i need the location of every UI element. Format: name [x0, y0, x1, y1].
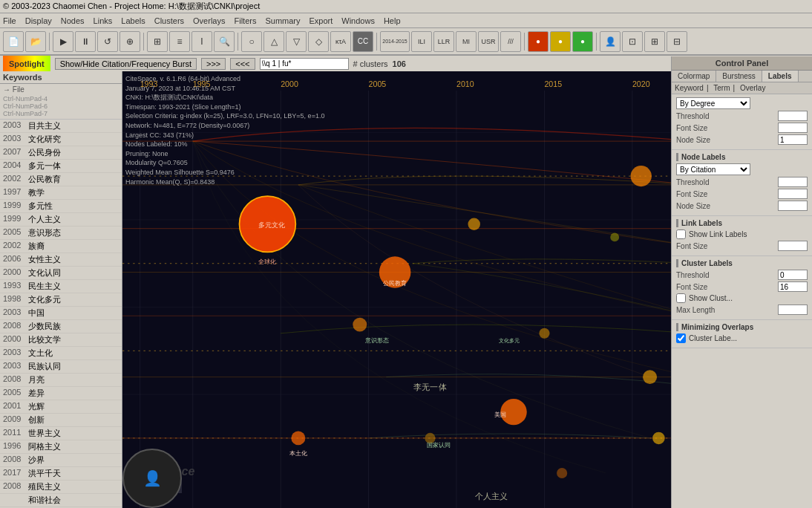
item-label: 阿格主义: [28, 441, 61, 452]
toolbar-triangle-up-btn[interactable]: △: [263, 31, 284, 52]
max-length-input[interactable]: [778, 305, 808, 315]
toolbar-grid-btn[interactable]: ⊞: [147, 31, 168, 52]
keyword-node-size-input[interactable]: [778, 134, 808, 145]
show-link-checkbox[interactable]: [676, 229, 686, 239]
left-list-item[interactable]: 2003目共主义: [0, 120, 122, 133]
left-list-item[interactable]: 2003文化研究: [0, 133, 122, 146]
toolbar-usr-btn[interactable]: USR: [478, 31, 499, 52]
left-list-item[interactable]: 2002族裔: [0, 240, 122, 253]
left-list-item[interactable]: 2003文土化: [0, 347, 122, 360]
node-font-input[interactable]: [778, 189, 808, 199]
cluster-threshold-input[interactable]: [778, 270, 808, 280]
toolbar-cc-btn[interactable]: CC: [353, 31, 373, 52]
item-label: 沙界: [28, 455, 45, 466]
toolbar-sync-btn[interactable]: ⊕: [119, 31, 140, 52]
toolbar-grid2-btn[interactable]: ⊡: [622, 31, 643, 52]
menu-export[interactable]: Export: [309, 16, 333, 25]
subtab-keyword[interactable]: Keyword: [675, 84, 704, 92]
toolbar-red-btn[interactable]: ●: [528, 31, 549, 52]
keyword-font-size-input[interactable]: [778, 123, 808, 133]
show-hide-burst-btn[interactable]: Show/Hide Citation/Frequency Burst: [55, 58, 197, 70]
toolbar-kta-btn[interactable]: κτA: [330, 31, 351, 52]
toolbar-ili-btn[interactable]: ILI: [411, 31, 432, 52]
nav-forward-btn[interactable]: >>>: [201, 58, 226, 70]
toolbar-play-btn[interactable]: ▶: [53, 31, 73, 52]
menu-labels[interactable]: Labels: [121, 16, 145, 25]
left-list-item[interactable]: 2017洪平千天: [0, 467, 122, 481]
left-list-item[interactable]: 1998文化多元: [0, 293, 122, 307]
toolbar-zoom-btn[interactable]: 🔍: [214, 31, 235, 52]
node-sort-select[interactable]: By Citation By Degree: [676, 163, 750, 175]
left-list-item[interactable]: 和谐社会: [0, 494, 122, 507]
left-list-item[interactable]: 2009创新: [0, 414, 122, 427]
left-list-item[interactable]: 2008殖民主义: [0, 481, 122, 494]
keyword-threshold-input[interactable]: [778, 111, 808, 121]
node-nodesize-input[interactable]: [778, 201, 808, 211]
menu-summary[interactable]: Summary: [265, 16, 300, 25]
toolbar-new-btn[interactable]: 📄: [3, 31, 24, 52]
toolbar-info-btn[interactable]: I: [191, 31, 212, 52]
menu-display[interactable]: Display: [25, 16, 52, 25]
toolbar-circle-btn[interactable]: ○: [241, 31, 262, 52]
left-list-item[interactable]: 2003民族认同: [0, 360, 122, 374]
toolbar-mi-btn[interactable]: MI: [456, 31, 477, 52]
left-list-item[interactable]: 2008沙界: [0, 454, 122, 467]
left-list-item[interactable]: 1993民生主义: [0, 280, 122, 293]
toolbar-pause-btn[interactable]: ⏸: [75, 31, 96, 52]
toolbar-year-btn[interactable]: 2014-2015: [380, 31, 410, 52]
left-list-item[interactable]: 2011世界主义: [0, 427, 122, 440]
toolbar-yellow-btn[interactable]: ●: [550, 31, 571, 52]
left-list-item[interactable]: 2004多元一体: [0, 160, 122, 173]
left-list-item[interactable]: 2003中国: [0, 307, 122, 320]
nav-back-btn[interactable]: <<<: [230, 58, 255, 70]
menu-filters[interactable]: Filters: [234, 16, 256, 25]
menu-help[interactable]: Help: [384, 16, 401, 25]
item-year: 2001: [3, 401, 25, 412]
toolbar-green-btn[interactable]: ●: [572, 31, 593, 52]
node-threshold-input[interactable]: [778, 177, 808, 187]
left-list-item[interactable]: 2008月亮: [0, 374, 122, 387]
left-list-item[interactable]: 2005意识形态: [0, 227, 122, 240]
left-list-item[interactable]: 2005差异: [0, 387, 122, 400]
menu-file[interactable]: File: [3, 16, 16, 25]
show-clusters-checkbox[interactable]: [676, 293, 686, 303]
toolbar-llr-btn[interactable]: LLR: [433, 31, 454, 52]
subtab-term[interactable]: Term: [713, 84, 730, 92]
left-list-item[interactable]: 1999多元性: [0, 200, 122, 213]
left-list-item[interactable]: 2000比较文学: [0, 333, 122, 347]
toolbar-person-btn[interactable]: 👤: [600, 31, 621, 52]
toolbar-triangle-down-btn[interactable]: ▽: [286, 31, 307, 52]
toolbar-open-btn[interactable]: 📂: [25, 31, 46, 52]
left-list-item[interactable]: 2000文化认同: [0, 267, 122, 280]
cluster-labels-overlap-checkbox[interactable]: [676, 333, 686, 343]
left-list-item[interactable]: 2006女性主义: [0, 253, 122, 267]
left-list-item[interactable]: 1996阿格主义: [0, 440, 122, 454]
toolbar-lines-btn[interactable]: ///: [500, 31, 521, 52]
left-list-item[interactable]: 2001光辉: [0, 400, 122, 414]
tab-colormap[interactable]: Colormap: [672, 71, 716, 82]
link-font-input[interactable]: [778, 241, 808, 251]
toolbar-refresh-btn[interactable]: ↺: [97, 31, 118, 52]
menu-nodes[interactable]: Nodes: [61, 16, 85, 25]
keyword-sort-select[interactable]: By Degree By Citation By Year: [676, 97, 750, 109]
left-list-item[interactable]: 1999个人主义: [0, 213, 122, 227]
left-list-item[interactable]: 2008少数民族: [0, 320, 122, 333]
left-list-item[interactable]: 1997教学: [0, 186, 122, 200]
item-label: 中国: [28, 307, 45, 319]
subtab-overlay[interactable]: Overlay: [740, 84, 765, 92]
toolbar-list-btn[interactable]: ≡: [169, 31, 190, 52]
toolbar-diamond-btn[interactable]: ◇: [308, 31, 329, 52]
menu-windows[interactable]: Windows: [341, 16, 375, 25]
center-visualization[interactable]: CiteSpace, v. 6.1.R6 (64-bit) Advanced J…: [122, 71, 738, 508]
menu-clusters[interactable]: Clusters: [154, 16, 184, 25]
left-list-item[interactable]: 2007公民身份: [0, 146, 122, 160]
left-list-item[interactable]: 2002公民教育: [0, 173, 122, 186]
toolbar-grid3-btn[interactable]: ⊞: [644, 31, 665, 52]
menu-links[interactable]: Links: [94, 16, 113, 25]
cluster-font-input[interactable]: [778, 281, 808, 292]
tab-labels[interactable]: Labels: [762, 71, 799, 82]
search-input[interactable]: [260, 58, 349, 70]
toolbar-grid4-btn[interactable]: ⊟: [667, 31, 687, 52]
menu-overlays[interactable]: Overlays: [193, 16, 225, 25]
tab-burstness[interactable]: Burstness: [716, 71, 762, 82]
